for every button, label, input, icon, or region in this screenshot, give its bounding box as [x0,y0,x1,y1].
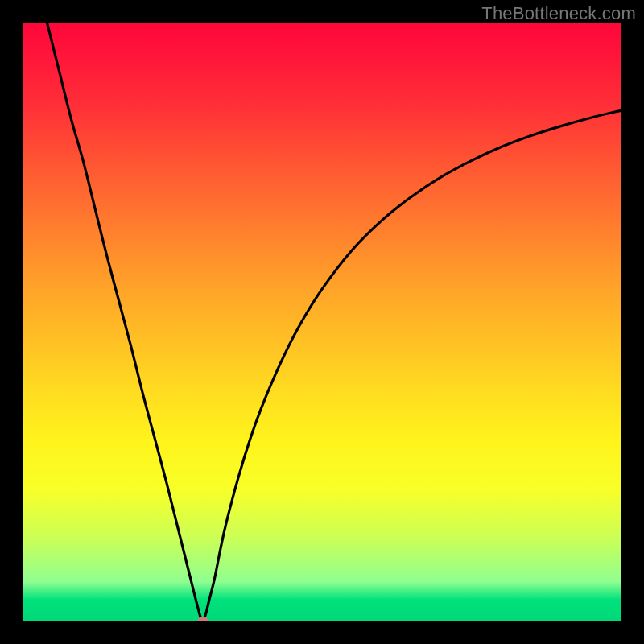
watermark-text: TheBottleneck.com [481,3,636,24]
bottleneck-curve [23,23,621,621]
chart-frame: TheBottleneck.com [0,0,644,644]
optimum-marker [197,617,208,621]
plot-area [23,23,621,621]
